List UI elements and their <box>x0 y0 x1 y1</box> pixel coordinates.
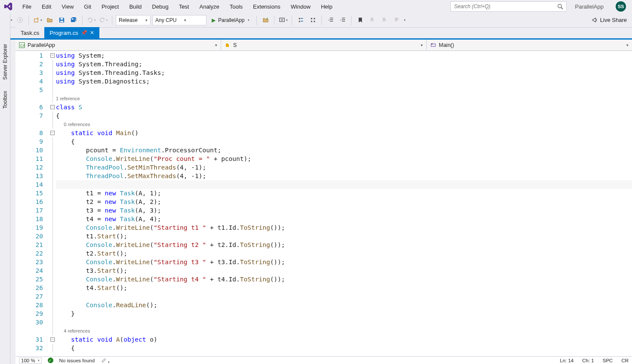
menu-extensions[interactable]: Extensions <box>248 2 286 12</box>
pin-icon[interactable]: 📌 <box>81 30 87 36</box>
toolbar-overflow-icon[interactable]: ▾ <box>404 19 406 22</box>
status-line: Ln: 14 <box>560 358 573 363</box>
nav-class-dropdown[interactable]: S▾ <box>221 40 427 50</box>
next-bookmark-button[interactable] <box>379 15 389 25</box>
svg-rect-6 <box>60 18 63 20</box>
prev-bookmark-button[interactable] <box>367 15 377 25</box>
menu-file[interactable]: File <box>17 2 37 12</box>
user-avatar[interactable]: SS <box>616 1 626 12</box>
tb-icon-3[interactable] <box>296 15 306 25</box>
tab-label: Program.cs <box>49 30 78 36</box>
svg-point-14 <box>432 43 433 44</box>
code-area[interactable]: using System;using System.Threading;usin… <box>56 51 632 356</box>
search-icon <box>557 3 564 11</box>
bookmark-button[interactable] <box>355 15 365 25</box>
clear-bookmarks-button[interactable] <box>391 15 401 25</box>
start-debugging-button[interactable]: ▶ParallelApp▾ <box>208 15 253 25</box>
menu-view[interactable]: View <box>56 2 79 12</box>
tab-label: Task.cs <box>21 30 39 36</box>
tb-icon-1[interactable] <box>260 15 271 25</box>
play-icon: ▶ <box>212 17 216 23</box>
issues-label: No issues found <box>59 358 95 363</box>
navigation-bar: C# ParallelApp▾ S▾ Main()▾ <box>15 40 632 51</box>
save-button[interactable] <box>56 15 67 25</box>
platform-label: Any CPU <box>155 17 176 23</box>
standard-toolbar: ▾ ▾ ▾ ▾ Release▾ Any CPU▾ ▶ParallelApp▾ … <box>0 13 632 28</box>
code-editor[interactable]: 1234567891011121314151617181920212223242… <box>15 51 632 356</box>
tab-task-cs[interactable]: Task.cs <box>15 27 44 38</box>
svg-rect-4 <box>34 19 37 22</box>
menu-test[interactable]: Test <box>174 2 194 12</box>
quick-launch-search[interactable] <box>450 1 567 12</box>
outlining-margin[interactable]: −−−− <box>49 51 56 356</box>
menu-git[interactable]: Git <box>79 2 96 12</box>
method-icon <box>430 42 436 48</box>
configuration-label: Release <box>119 17 138 23</box>
menu-help[interactable]: Help <box>316 2 338 12</box>
live-share-button[interactable]: Live Share <box>589 17 629 23</box>
live-share-label: Live Share <box>600 17 627 23</box>
svg-text:C#: C# <box>20 43 25 48</box>
status-char: Ch: 1 <box>582 358 594 363</box>
close-icon[interactable]: ✕ <box>90 30 94 36</box>
status-eol: CR <box>621 358 629 363</box>
undo-button[interactable]: ▾ <box>86 15 96 25</box>
menu-build[interactable]: Build <box>124 2 147 12</box>
line-number-gutter: 1234567891011121314151617181920212223242… <box>15 51 49 356</box>
svg-rect-9 <box>280 18 284 22</box>
ok-check-icon: ✓ <box>48 358 53 363</box>
brush-icon[interactable]: ▾ <box>101 357 110 364</box>
side-tab-server-explorer[interactable]: Server Explorer <box>1 40 9 84</box>
open-file-button[interactable] <box>44 15 55 25</box>
save-all-button[interactable] <box>68 15 79 25</box>
tb-icon-4[interactable] <box>308 15 318 25</box>
nav-project-label: ParallelApp <box>28 42 55 48</box>
svg-point-3 <box>17 17 22 22</box>
menu-edit[interactable]: Edit <box>37 2 56 12</box>
zoom-dropdown[interactable]: 100 %▾ <box>19 358 42 364</box>
nav-forward-button[interactable] <box>15 15 25 25</box>
side-tab-toolbox[interactable]: Toolbox <box>1 86 9 113</box>
start-target-label: ParallelApp <box>218 17 244 23</box>
new-project-button[interactable]: ▾ <box>32 15 43 25</box>
vs-logo-icon <box>2 2 15 11</box>
search-input[interactable] <box>454 3 556 9</box>
svg-point-0 <box>558 4 561 8</box>
menu-analyze[interactable]: Analyze <box>194 2 224 12</box>
tab-program-cs[interactable]: Program.cs 📌 ✕ <box>44 27 99 38</box>
menu-bar: File Edit View Git Project Build Debug T… <box>0 0 632 13</box>
svg-rect-8 <box>71 19 73 20</box>
menu-project[interactable]: Project <box>96 2 124 12</box>
menu-debug[interactable]: Debug <box>147 2 173 12</box>
svg-line-1 <box>561 7 563 9</box>
platform-dropdown[interactable]: Any CPU▾ <box>152 15 207 25</box>
share-icon <box>591 17 598 23</box>
class-icon <box>225 42 231 48</box>
csharp-project-icon: C# <box>19 42 25 48</box>
redo-button[interactable]: ▾ <box>98 15 108 25</box>
left-dock: Server Explorer Toolbox <box>0 13 10 364</box>
tb-icon-2[interactable]: ▾ <box>278 15 288 25</box>
editor-status-bar: 100 %▾ ✓ No issues found ▾ Ln: 14 Ch: 1 … <box>15 356 632 364</box>
increase-indent-button[interactable] <box>337 15 348 25</box>
nav-class-label: S <box>233 42 237 48</box>
svg-point-10 <box>281 19 283 21</box>
menu-window[interactable]: Window <box>286 2 316 12</box>
decrease-indent-button[interactable] <box>325 15 336 25</box>
menu-tools[interactable]: Tools <box>225 2 248 12</box>
configuration-dropdown[interactable]: Release▾ <box>116 15 151 25</box>
solution-name-label: ParallelApp <box>569 2 610 12</box>
svg-point-5 <box>37 18 38 19</box>
nav-project-dropdown[interactable]: C# ParallelApp▾ <box>15 40 221 50</box>
svg-rect-7 <box>60 21 63 22</box>
nav-member-dropdown[interactable]: Main()▾ <box>427 40 632 50</box>
status-indent: SPC <box>603 358 613 363</box>
document-tab-strip: Task.cs Program.cs 📌 ✕ <box>0 28 632 40</box>
nav-member-label: Main() <box>439 42 454 48</box>
